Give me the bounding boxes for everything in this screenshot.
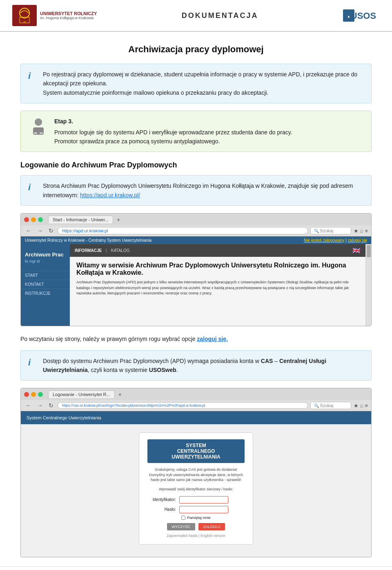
apd-welcome-title: Witamy w serwisie Archiwum Prac Dyplomow… xyxy=(76,262,359,276)
scrollbar-thumb-1[interactable] xyxy=(367,245,371,257)
apd-sidebar-title: Archiwum Prac xyxy=(21,248,70,259)
cas-main: SYSTEM CENTRALNEGO UWIERZYTELNIANIA Grat… xyxy=(21,424,371,552)
step-label: Etap 3. xyxy=(54,117,292,126)
main-content: Archiwizacja pracy dyplomowej i Po rejes… xyxy=(0,32,392,570)
page-header: UR UNIWERSYTET ROLNICZY im. Hugona Kołłą… xyxy=(0,0,392,32)
apd-sidebar-menu: START KONTAKT INSTRUKCJE xyxy=(21,271,70,298)
cas-box-line2: CENTRALNEGO xyxy=(152,448,240,454)
ur-logo-icon: UR xyxy=(12,5,37,26)
browser-refresh-btn-2[interactable]: ↻ xyxy=(47,402,55,409)
person-icon xyxy=(28,117,49,137)
usosweb-bold: USOSweb xyxy=(149,367,176,373)
apd-welcome-text: Archiwum Prac Dyplomowych (APD) jest jed… xyxy=(76,280,359,296)
browser-menu-icon[interactable]: ≡ xyxy=(365,228,368,234)
browser-star-icon[interactable]: ★ xyxy=(354,228,359,234)
info-icon-1: i xyxy=(28,71,37,81)
cas-label-bold: CAS xyxy=(261,358,273,364)
svg-rect-10 xyxy=(40,132,43,134)
step-text-2: Promotor sprawdza prace za pomocą system… xyxy=(54,137,292,146)
browser-maximize-btn-2[interactable] xyxy=(38,392,43,397)
browser-new-tab[interactable]: + xyxy=(117,216,120,223)
cas-remember-checkbox[interactable] xyxy=(181,516,185,520)
cas-footer-links: Zapomniałeś hasła | English version xyxy=(147,534,245,538)
info-box-3: i Dostęp do systemu Archiwum Prac Dyplom… xyxy=(20,350,372,381)
info-text-1: Po rejestracji pracy dyplomowej w dzieka… xyxy=(43,70,364,97)
sidebar-item-start[interactable]: START xyxy=(21,271,70,280)
cas-login-button[interactable]: ZALOGUJ xyxy=(198,523,225,530)
screenshot-cas-login: Logowanie - Uniwersytet R... + ← → ↻ htt… xyxy=(20,388,372,557)
info-box-1: i Po rejestracji pracy dyplomowej w dzie… xyxy=(20,64,372,103)
documentation-label: DOKUMENTACJA xyxy=(182,11,258,20)
cas-identyfikator-label: Identyfikator: xyxy=(147,497,176,502)
cas-desc: Gratulujemy, usługa CAS jest gotowa do d… xyxy=(147,467,245,483)
browser-forward-btn-2[interactable]: → xyxy=(36,402,45,409)
nav-informacje[interactable]: INFORMACJE xyxy=(75,248,102,253)
browser-addressbar-1: ← → ↻ https://apd.ur.krakow.pl 🔍 Szukaj … xyxy=(21,225,371,236)
info-text-2: Strona Archiwum Prac Dyplomowych Uniwers… xyxy=(43,181,364,200)
sidebar-item-instrukcje[interactable]: INSTRUKCJE xyxy=(21,289,70,298)
browser-new-tab-2[interactable]: + xyxy=(118,391,122,398)
info-box-2: i Strona Archiwum Prac Dyplomowych Uniwe… xyxy=(20,175,372,206)
svg-rect-9 xyxy=(34,132,37,134)
browser-back-btn[interactable]: ← xyxy=(24,227,33,234)
cas-identyfikator-row: Identyfikator: xyxy=(147,496,245,503)
page-footer: 3/13 xyxy=(0,566,392,570)
browser-url-1[interactable]: https://apd.ur.krakow.pl xyxy=(58,227,308,234)
browser-menu-icon-2[interactable]: ≡ xyxy=(365,403,368,409)
browser-home-icon-2[interactable]: ⌂ xyxy=(360,403,363,409)
browser-minimize-btn-2[interactable] xyxy=(31,392,36,397)
step-text-1: Promotor loguje się do systemu APD i wer… xyxy=(54,128,292,137)
apd-nav-bar: INFORMACJE | KATALOG 🇬🇧 xyxy=(70,244,365,257)
nav-katalog[interactable]: KATALOG xyxy=(111,248,130,253)
browser-search-2[interactable]: 🔍 Szukaj xyxy=(310,402,351,409)
browser-tabs-bar-2: Logowanie - Uniwersytet R... + xyxy=(21,388,371,400)
nav-separator: | xyxy=(106,248,107,253)
info-icon-2: i xyxy=(28,182,37,193)
apd-sidebar: Archiwum Prac lic mgr dr START KONTAKT I… xyxy=(21,244,70,326)
apd-login-link[interactable]: zaloguj się xyxy=(348,238,367,243)
page-title: Archiwizacja pracy dyplomowej xyxy=(20,44,372,55)
browser-forward-btn[interactable]: → xyxy=(36,227,45,234)
cas-remember-label: Pamiętaj mnie xyxy=(187,516,210,520)
cas-haslo-row: Hasło: xyxy=(147,506,245,513)
browser-home-icon[interactable]: ⌂ xyxy=(360,228,363,234)
cas-buttons: WYCZYŚĆ ZALOGUJ xyxy=(147,523,245,530)
cas-header: System Centralnego Uwierzytelniania xyxy=(21,411,371,424)
apd-main-area: Witamy w serwisie Archiwum Prac Dyplomow… xyxy=(70,257,365,301)
cas-identyfikator-input[interactable] xyxy=(179,496,228,503)
usos-logo-area: ▲ USOS xyxy=(343,7,380,24)
browser-close-btn-2[interactable] xyxy=(24,392,29,397)
login-link-text[interactable]: zaloguj się. xyxy=(197,336,227,342)
browser-search-1[interactable]: 🔍 Szukaj xyxy=(310,227,351,234)
cas-clear-button[interactable]: WYCZYŚĆ xyxy=(167,523,195,530)
browser-tabs-bar: Start - Informacje - Uniwer... + xyxy=(21,214,371,225)
browser-maximize-btn[interactable] xyxy=(38,217,43,222)
apd-top-bar-text: Uniwersytet Rolniczy w Krakowie - Centra… xyxy=(25,238,151,243)
apd-top-bar: Uniwersytet Rolniczy w Krakowie - Centra… xyxy=(21,236,371,244)
cas-title-box: SYSTEM CENTRALNEGO UWIERZYTELNIANIA xyxy=(147,439,245,463)
browser-url-2[interactable]: https://cas.ur.krakow.pl/cas/login?local… xyxy=(58,402,308,409)
para-login: Po wczytaniu się strony, należy w prawym… xyxy=(20,334,372,343)
browser-icon-area: ★ ⌂ ≡ xyxy=(354,228,368,234)
university-name-block: UNIWERSYTET ROLNICZY im. Hugona Kołłątaj… xyxy=(40,11,97,20)
apd-content-wrapper: Archiwum Prac lic mgr dr START KONTAKT I… xyxy=(21,244,371,326)
svg-text:USOS: USOS xyxy=(351,11,376,21)
sidebar-item-kontakt[interactable]: KONTAKT xyxy=(21,280,70,289)
browser-minimize-btn[interactable] xyxy=(31,217,36,222)
cas-box-line1: SYSTEM xyxy=(152,443,240,448)
cas-prompt: Wprowadź swój identyfikator sieciowy i h… xyxy=(147,487,245,492)
apd-url-link[interactable]: https://apd.ur.krakow.pl/ xyxy=(80,192,140,198)
browser-refresh-btn[interactable]: ↻ xyxy=(47,227,55,234)
browser-tab-2[interactable]: Logowanie - Uniwersytet R... xyxy=(48,390,115,398)
university-subtitle: im. Hugona Kołłątaja w Krakowie xyxy=(40,16,97,20)
cas-haslo-input[interactable] xyxy=(179,506,228,513)
browser-scrollbar-1[interactable] xyxy=(365,244,371,326)
cas-haslo-label: Hasło: xyxy=(147,507,176,512)
step-3-box: Etap 3. Promotor loguje się do systemu A… xyxy=(20,111,372,152)
browser-close-btn[interactable] xyxy=(24,217,29,222)
browser-back-btn-2[interactable]: ← xyxy=(24,402,33,409)
browser-tab-1[interactable]: Start - Informacje - Uniwer... xyxy=(48,216,113,223)
svg-text:UR: UR xyxy=(23,21,26,23)
browser-star-icon-2[interactable]: ★ xyxy=(354,403,359,409)
cas-remember-row: Pamiętaj mnie xyxy=(147,516,245,520)
